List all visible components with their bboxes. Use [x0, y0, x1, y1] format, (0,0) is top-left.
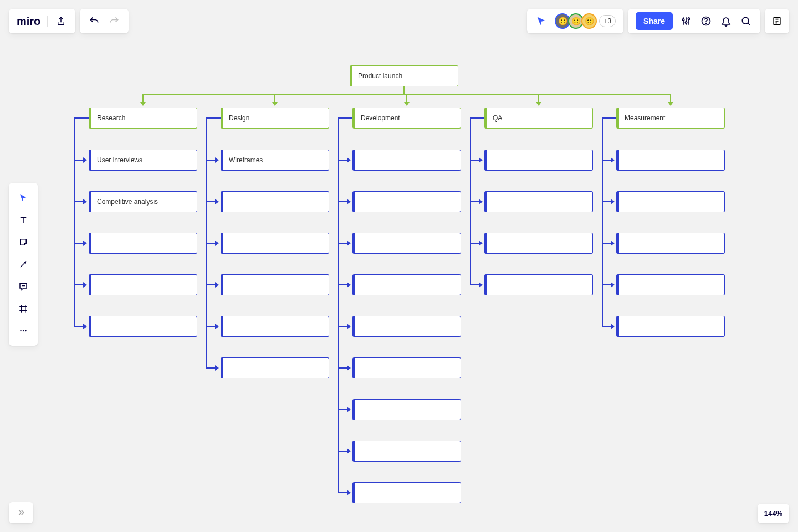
item-node[interactable]: [616, 316, 725, 337]
item-node[interactable]: User interviews: [89, 150, 197, 171]
root-node[interactable]: Product launch: [350, 65, 458, 86]
category-label: Measurement: [625, 114, 665, 122]
item-node[interactable]: Wireframes: [221, 150, 329, 171]
item-node[interactable]: [352, 233, 461, 254]
item-node[interactable]: [89, 316, 197, 337]
item-label: Competitive analysis: [97, 198, 158, 206]
root-label: Product launch: [358, 72, 402, 80]
item-node[interactable]: [352, 150, 461, 171]
category-label: Development: [361, 114, 400, 122]
item-label: Wireframes: [229, 156, 263, 164]
item-node[interactable]: [89, 274, 197, 295]
item-node[interactable]: Competitive analysis: [89, 191, 197, 212]
category-label: Design: [229, 114, 249, 122]
item-node[interactable]: [352, 441, 461, 462]
item-node[interactable]: [352, 274, 461, 295]
item-node[interactable]: [484, 233, 593, 254]
item-node[interactable]: [89, 233, 197, 254]
item-node[interactable]: [484, 191, 593, 212]
item-node[interactable]: [352, 399, 461, 420]
category-node[interactable]: Design: [221, 108, 329, 129]
item-node[interactable]: [616, 150, 725, 171]
item-node[interactable]: [484, 274, 593, 295]
item-node[interactable]: [352, 357, 461, 378]
category-node[interactable]: Measurement: [616, 108, 725, 129]
item-node[interactable]: [221, 191, 329, 212]
item-node[interactable]: [221, 274, 329, 295]
item-node[interactable]: [221, 357, 329, 378]
item-node[interactable]: [221, 316, 329, 337]
item-node[interactable]: [352, 482, 461, 503]
item-node[interactable]: [484, 150, 593, 171]
item-node[interactable]: [352, 191, 461, 212]
category-node[interactable]: Research: [89, 108, 197, 129]
item-node[interactable]: [352, 316, 461, 337]
category-node[interactable]: Development: [352, 108, 461, 129]
item-node[interactable]: [616, 233, 725, 254]
category-label: QA: [493, 114, 502, 122]
item-node[interactable]: [616, 274, 725, 295]
canvas[interactable]: Product launchResearchUser interviewsCom…: [0, 0, 798, 532]
category-node[interactable]: QA: [484, 108, 593, 129]
item-node[interactable]: [616, 191, 725, 212]
category-label: Research: [97, 114, 125, 122]
item-node[interactable]: [221, 233, 329, 254]
item-label: User interviews: [97, 156, 142, 164]
